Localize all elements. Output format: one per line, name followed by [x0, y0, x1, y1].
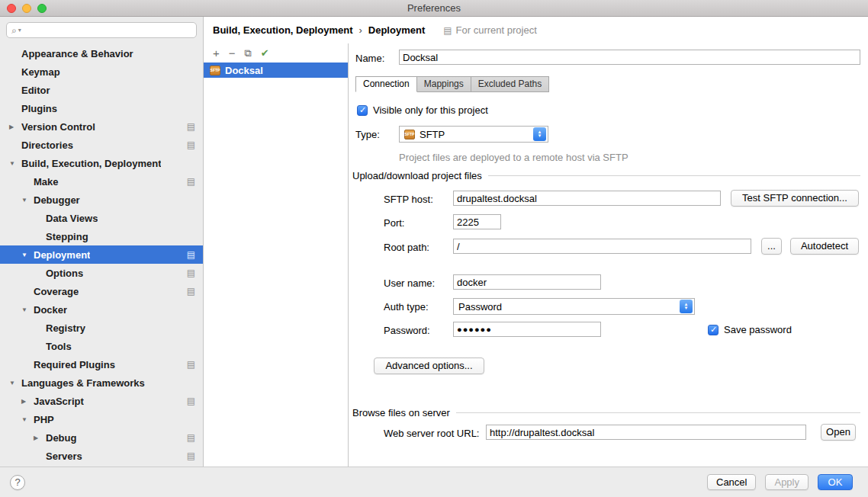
- save-password-checkbox[interactable]: [708, 325, 719, 335]
- minimize-window-button[interactable]: [22, 4, 31, 13]
- sidebar-item-tools[interactable]: Tools: [0, 337, 203, 355]
- cancel-button[interactable]: Cancel: [707, 474, 756, 490]
- project-scope-icon: ▤: [443, 26, 452, 35]
- project-level-icon: ▤: [187, 140, 195, 149]
- sidebar-item-version-control[interactable]: ▶Version Control▤: [0, 117, 203, 136]
- collapse-arrow-icon[interactable]: ▼: [21, 306, 34, 313]
- sidebar-item-label: Servers: [46, 451, 82, 462]
- sidebar-item-label: Required Plugins: [34, 359, 115, 370]
- sidebar-item-keymap[interactable]: Keymap: [0, 63, 203, 81]
- expand-arrow-icon[interactable]: ▶: [9, 123, 21, 130]
- sidebar-item-required-plugins[interactable]: Required Plugins▤: [0, 355, 203, 374]
- sidebar-item-label: Editor: [21, 85, 50, 96]
- sidebar-item-label: Build, Execution, Deployment: [21, 158, 161, 169]
- remove-server-button[interactable]: −: [229, 47, 236, 59]
- search-options-chevron-icon[interactable]: ▾: [18, 27, 21, 34]
- sidebar-item-registry[interactable]: Registry: [0, 319, 203, 337]
- titlebar[interactable]: Preferences: [0, 0, 868, 17]
- project-level-icon: ▤: [187, 122, 195, 131]
- sidebar-item-directories[interactable]: Directories▤: [0, 136, 203, 154]
- sidebar-item-stepping[interactable]: Stepping: [0, 227, 203, 245]
- user-name-input[interactable]: [453, 274, 601, 290]
- collapse-arrow-icon[interactable]: ▼: [9, 160, 21, 167]
- sidebar-item-editor[interactable]: Editor: [0, 81, 203, 99]
- password-input[interactable]: [453, 322, 601, 337]
- add-server-button[interactable]: +: [213, 47, 220, 59]
- password-label: Password:: [384, 325, 430, 336]
- dropdown-arrows-icon: ▲▼: [680, 300, 693, 313]
- tab-excluded-paths[interactable]: Excluded Paths: [471, 76, 549, 92]
- ok-button[interactable]: OK: [818, 474, 853, 490]
- project-level-icon: ▤: [187, 287, 195, 296]
- sidebar-item-appearance-behavior[interactable]: Appearance & Behavior: [0, 44, 203, 63]
- use-as-default-button[interactable]: ✔: [261, 48, 269, 58]
- sidebar-item-php[interactable]: ▼PHP: [0, 410, 203, 428]
- collapse-arrow-icon[interactable]: ▼: [9, 380, 21, 386]
- window-title: Preferences: [0, 0, 868, 16]
- breadcrumb-category[interactable]: Build, Execution, Deployment: [213, 24, 352, 36]
- collapse-arrow-icon[interactable]: ▼: [21, 416, 34, 423]
- autodetect-button[interactable]: Autodetect: [790, 238, 859, 255]
- sftp-server-icon: SFTP: [210, 66, 220, 75]
- sidebar-item-label: Options: [46, 268, 83, 279]
- settings-header: Build, Execution, Deployment › Deploymen…: [204, 17, 868, 43]
- expand-arrow-icon[interactable]: ▶: [34, 434, 46, 441]
- breadcrumb-separator-icon: ›: [358, 24, 362, 36]
- sidebar-item-label: Appearance & Behavior: [21, 48, 133, 59]
- sidebar-item-debug[interactable]: ▶Debug▤: [0, 428, 203, 447]
- project-level-icon: ▤: [187, 433, 195, 442]
- project-level-icon: ▤: [187, 396, 195, 406]
- help-button[interactable]: ?: [10, 475, 25, 490]
- sidebar-item-coverage[interactable]: Coverage▤: [0, 282, 203, 300]
- sidebar-item-deployment[interactable]: ▼Deployment▤: [0, 245, 203, 264]
- sidebar-item-debugger[interactable]: ▼Debugger: [0, 191, 203, 209]
- sidebar-item-docker[interactable]: ▼Docker: [0, 300, 203, 319]
- sidebar-item-options[interactable]: Options▤: [0, 264, 203, 282]
- project-level-icon: ▤: [187, 250, 195, 259]
- type-select[interactable]: SFTP SFTP ▲▼: [399, 126, 548, 143]
- sidebar-item-label: Data Views: [46, 213, 98, 224]
- sidebar-item-data-views[interactable]: Data Views: [0, 209, 203, 227]
- sidebar-item-servers[interactable]: Servers▤: [0, 447, 203, 465]
- sidebar-item-plugins[interactable]: Plugins: [0, 99, 203, 117]
- collapse-arrow-icon[interactable]: ▼: [21, 197, 34, 204]
- visible-only-label: Visible only for this project: [373, 104, 488, 116]
- web-root-input[interactable]: [486, 425, 806, 440]
- apply-button[interactable]: Apply: [765, 474, 809, 490]
- sidebar-item-build-execution-deployment[interactable]: ▼Build, Execution, Deployment: [0, 154, 203, 172]
- server-list-item-docksal[interactable]: SFTPDocksal: [204, 63, 348, 78]
- sftp-host-input[interactable]: [453, 191, 721, 206]
- visible-only-row: Visible only for this project: [357, 104, 488, 116]
- root-path-input[interactable]: [453, 239, 751, 254]
- browse-root-path-button[interactable]: ...: [761, 238, 782, 255]
- tab-connection[interactable]: Connection: [355, 76, 417, 92]
- server-label: Docksal: [225, 65, 263, 76]
- auth-type-value: Password: [458, 301, 675, 313]
- advanced-options-button[interactable]: Advanced options...: [374, 358, 484, 374]
- sidebar-item-languages-frameworks[interactable]: ▼Languages & Frameworks: [0, 374, 203, 392]
- auth-type-select[interactable]: Password ▲▼: [453, 298, 695, 315]
- settings-search-field[interactable]: ⌕ ▾: [6, 22, 197, 38]
- footer-buttons: Cancel Apply OK: [707, 474, 853, 490]
- name-input[interactable]: [399, 50, 860, 65]
- sidebar-item-make[interactable]: Make▤: [0, 172, 203, 191]
- sidebar-item-label: Deployment: [34, 249, 90, 261]
- collapse-arrow-icon[interactable]: ▼: [21, 252, 34, 258]
- sidebar-item-label: Plugins: [21, 103, 57, 114]
- sidebar-item-label: Registry: [46, 322, 85, 334]
- server-list: SFTPDocksal: [204, 63, 348, 78]
- port-input[interactable]: [453, 214, 501, 229]
- expand-arrow-icon[interactable]: ▶: [21, 398, 34, 405]
- preferences-window: Preferences ⌕ ▾ Appearance & BehaviorKey…: [0, 0, 868, 497]
- copy-server-button[interactable]: ⧉: [245, 48, 252, 58]
- type-value: SFTP: [420, 129, 529, 140]
- close-window-button[interactable]: [7, 4, 16, 13]
- visible-only-checkbox[interactable]: [357, 105, 368, 116]
- tab-mappings[interactable]: Mappings: [417, 76, 471, 92]
- sidebar-item-javascript[interactable]: ▶JavaScript▤: [0, 392, 203, 410]
- open-button[interactable]: Open: [821, 424, 856, 441]
- root-path-label: Root path:: [384, 242, 429, 253]
- deployment-form: Name: Connection Mappings Excluded Paths…: [349, 43, 868, 467]
- zoom-window-button[interactable]: [37, 4, 47, 13]
- test-sftp-connection-button[interactable]: Test SFTP connection...: [731, 190, 859, 207]
